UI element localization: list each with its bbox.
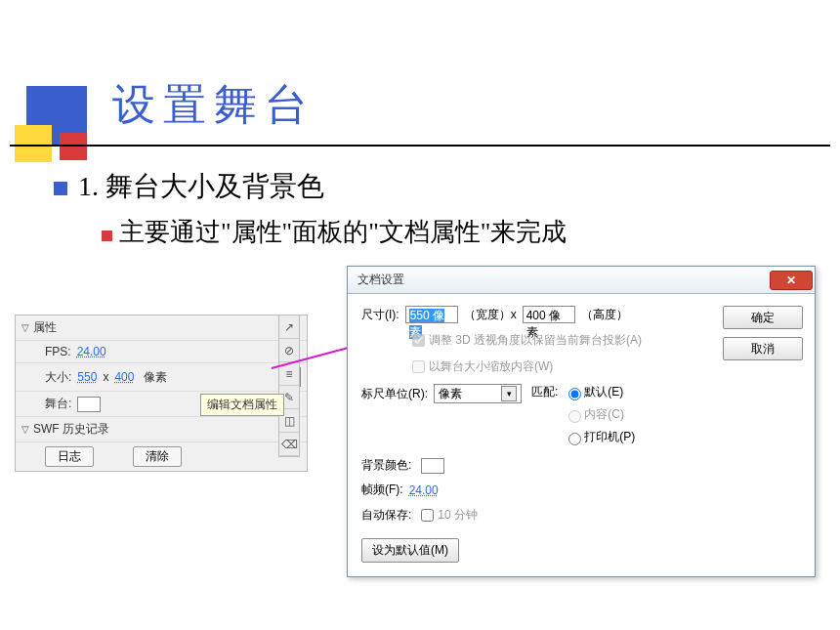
section-2: 主要通过"属性"面板的"文档属性"来完成	[119, 215, 567, 249]
size-label: 大小:	[45, 369, 71, 386]
clear-button[interactable]: 清除	[133, 446, 182, 467]
match-content-label: 内容(C)	[584, 406, 624, 423]
chevron-down-icon: ▾	[501, 386, 517, 401]
height-text: （高度）	[581, 307, 628, 323]
section-1-text: 舞台大小及背景色	[105, 171, 324, 201]
stage-label: 舞台:	[45, 396, 71, 412]
chevron-down-icon[interactable]: ▽	[21, 322, 29, 333]
x-sep: x	[103, 370, 108, 384]
ruler-unit-value: 像素	[439, 386, 462, 402]
height-input[interactable]: 400 像素	[523, 306, 575, 323]
match-label: 匹配:	[531, 384, 558, 445]
close-icon[interactable]: ✕	[770, 271, 813, 290]
autosave-value: 10 分钟	[438, 507, 478, 524]
match-content-radio	[568, 410, 581, 423]
tool-icon[interactable]: ⌫	[279, 433, 299, 456]
adjust-3d-label: 调整 3D 透视角度以保留当前舞台投影(A)	[429, 332, 642, 349]
height-value[interactable]: 400	[114, 370, 134, 384]
section-1: 1. 舞台大小及背景色	[78, 168, 324, 205]
bg-color-swatch[interactable]	[421, 458, 444, 474]
unit-label: 像素	[144, 369, 167, 386]
dialog-titlebar[interactable]: 文档设置 ✕	[348, 267, 815, 294]
framerate-value[interactable]: 24.00	[409, 483, 439, 497]
width-value[interactable]: 550	[77, 370, 97, 384]
autosave-checkbox[interactable]	[421, 509, 434, 522]
slide-title: 设置舞台	[112, 76, 315, 134]
tool-icon[interactable]: ↗	[279, 315, 299, 339]
logo-decor	[15, 86, 103, 174]
scale-content-label: 以舞台大小缩放内容(W)	[429, 358, 553, 375]
autosave-label: 自动保存:	[361, 507, 411, 524]
bullet-blue	[54, 182, 67, 195]
tool-icon[interactable]: ⊘	[279, 339, 299, 362]
chevron-down-icon[interactable]: ▽	[21, 424, 29, 435]
bullet-red	[102, 231, 112, 241]
section-1-num: 1.	[78, 171, 99, 201]
dialog-title: 文档设置	[357, 272, 404, 288]
match-default-label: 默认(E)	[584, 384, 623, 400]
group-swf-label: SWF 历史记录	[33, 421, 109, 438]
ruler-unit-label: 标尺单位(R):	[361, 386, 428, 402]
width-input[interactable]: 550 像素	[405, 306, 458, 323]
scale-content-checkbox	[412, 360, 425, 373]
match-printer-radio[interactable]	[568, 433, 581, 445]
tool-icon-column: ↗ ⊘ ≡ ✎ ◫ ⌫	[278, 315, 300, 457]
dimension-label: 尺寸(I):	[361, 307, 399, 323]
ruler-unit-select[interactable]: 像素 ▾	[434, 384, 522, 403]
cancel-button[interactable]: 取消	[723, 337, 803, 360]
ok-button[interactable]: 确定	[723, 306, 803, 329]
set-default-button[interactable]: 设为默认值(M)	[361, 538, 459, 563]
title-underline	[10, 145, 830, 147]
adjust-3d-checkbox	[412, 334, 425, 347]
match-default-radio[interactable]	[568, 388, 581, 400]
fps-value[interactable]: 24.00	[77, 345, 106, 358]
match-printer-label: 打印机(P)	[584, 429, 635, 445]
bg-color-label: 背景颜色:	[361, 457, 411, 474]
framerate-label: 帧频(F):	[361, 482, 403, 498]
width-text: （宽度）x	[464, 307, 517, 323]
document-settings-dialog: 文档设置 ✕ 尺寸(I): 550 像素 （宽度）x 400 像素 （高度） 调…	[347, 266, 816, 577]
log-button[interactable]: 日志	[45, 446, 94, 467]
group-properties-label: 属性	[33, 319, 57, 336]
tooltip-edit-doc-props: 编辑文档属性	[200, 394, 284, 416]
fps-label: FPS:	[45, 345, 71, 358]
stage-color-swatch[interactable]	[77, 397, 101, 412]
